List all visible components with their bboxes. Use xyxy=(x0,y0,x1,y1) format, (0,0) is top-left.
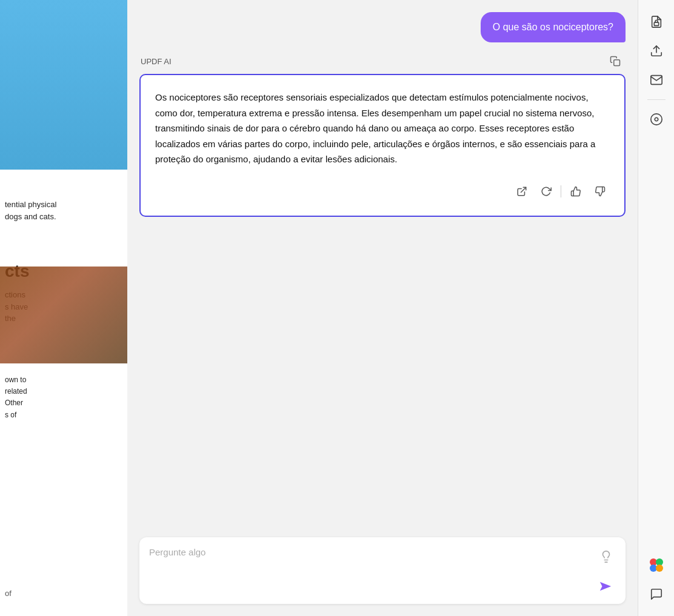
share-button[interactable] xyxy=(643,38,670,64)
file-lock-icon xyxy=(650,15,663,28)
ai-response-text: Os nociceptores são receptores sensoriai… xyxy=(155,90,610,167)
pdf-bottom-text: own to related Other s of xyxy=(0,369,127,426)
email-icon xyxy=(650,73,663,87)
chat-input-bottom xyxy=(149,576,616,597)
chat-input-top: Pergunte algo xyxy=(149,547,616,566)
share-icon xyxy=(650,44,663,58)
copy-button[interactable] xyxy=(606,52,624,70)
send-button[interactable] xyxy=(595,576,616,597)
pdf-line-2: dogs and cats. xyxy=(5,211,122,223)
svg-point-8 xyxy=(655,118,658,121)
export-icon xyxy=(516,186,527,197)
ai-response-box: Os nociceptores são receptores sensoriai… xyxy=(139,74,626,217)
chat-input-area: Pergunte algo xyxy=(127,528,638,616)
file-lock-button[interactable] xyxy=(643,8,670,35)
user-message-wrapper: O que são os nociceptores? xyxy=(139,12,626,42)
pdf-line-1: tential physical xyxy=(5,199,122,211)
copy-icon xyxy=(610,56,621,67)
page-indicator: of xyxy=(5,589,12,598)
save-icon xyxy=(650,113,663,126)
pdf-content: tential physical dogs and cats. cts ctio… xyxy=(0,0,127,616)
svg-point-7 xyxy=(650,114,661,125)
lightbulb-icon xyxy=(599,550,613,563)
ai-response-actions xyxy=(155,177,610,201)
chat-input-box[interactable]: Pergunte algo xyxy=(139,537,626,604)
action-divider xyxy=(561,185,561,197)
ai-label-row: UPDF AI xyxy=(139,52,626,70)
pdf-bottom-2: related xyxy=(5,386,122,397)
comment-icon xyxy=(650,588,663,601)
save-button[interactable] xyxy=(643,106,670,133)
refresh-button[interactable] xyxy=(536,182,556,201)
export-button[interactable] xyxy=(512,182,532,201)
chat-panel: O que são os nociceptores? UPDF AI Os no… xyxy=(127,0,638,616)
pdf-image xyxy=(0,267,127,363)
user-message: O que são os nociceptores? xyxy=(481,12,626,42)
refresh-icon xyxy=(541,186,552,197)
svg-rect-0 xyxy=(614,60,620,66)
thumbs-up-button[interactable] xyxy=(566,182,586,201)
thumbs-down-icon xyxy=(595,186,606,197)
svg-marker-4 xyxy=(600,582,611,591)
ai-label: UPDF AI xyxy=(141,57,172,66)
lightbulb-button[interactable] xyxy=(596,547,616,566)
svg-rect-5 xyxy=(654,22,658,25)
pdf-panel: tential physical dogs and cats. cts ctio… xyxy=(0,0,127,616)
svg-point-12 xyxy=(656,565,663,572)
chat-content: O que são os nociceptores? UPDF AI Os no… xyxy=(127,0,638,528)
right-toolbar xyxy=(638,0,674,616)
thumbs-up-icon xyxy=(570,186,581,197)
colorful-app-icon xyxy=(648,557,665,574)
thumbs-down-button[interactable] xyxy=(590,182,610,201)
colorful-app-button[interactable] xyxy=(643,552,670,578)
pdf-bottom-1: own to xyxy=(5,374,122,386)
ai-message-wrapper: UPDF AI Os nociceptores são receptores s… xyxy=(139,52,626,217)
comment-button[interactable] xyxy=(643,581,670,608)
email-button[interactable] xyxy=(643,67,670,93)
svg-line-1 xyxy=(521,187,526,192)
send-icon xyxy=(599,580,612,593)
pdf-bottom-3: Other xyxy=(5,397,122,409)
toolbar-divider-1 xyxy=(647,99,666,100)
chat-input-placeholder[interactable]: Pergunte algo xyxy=(149,547,596,557)
pdf-bottom-4: s of xyxy=(5,409,122,421)
